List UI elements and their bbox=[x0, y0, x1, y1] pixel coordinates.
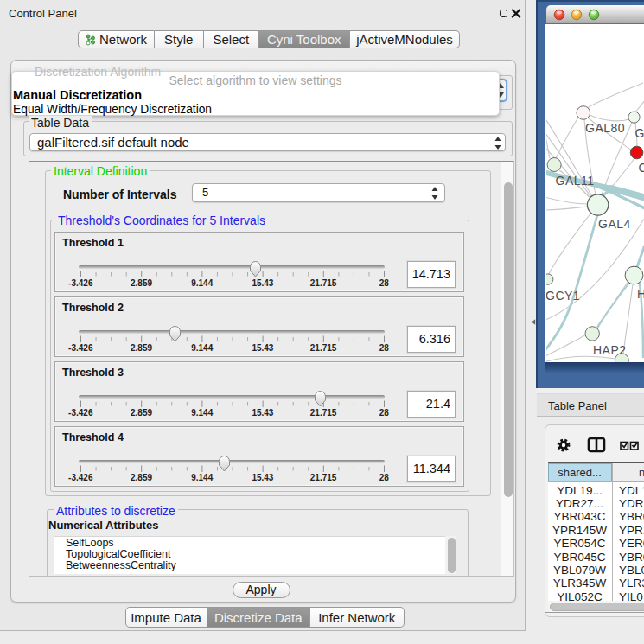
svg-text:GAL80: GAL80 bbox=[585, 121, 625, 135]
svg-text:HAP2: HAP2 bbox=[593, 342, 627, 356]
svg-text:GAL11: GAL11 bbox=[555, 173, 594, 187]
svg-text:GAL4: GAL4 bbox=[598, 216, 631, 230]
svg-text:GA: GA bbox=[634, 126, 644, 140]
svg-text:GCY1: GCY1 bbox=[546, 288, 580, 302]
svg-text:HA: HA bbox=[637, 287, 644, 301]
svg-text:CR: CR bbox=[638, 160, 644, 174]
